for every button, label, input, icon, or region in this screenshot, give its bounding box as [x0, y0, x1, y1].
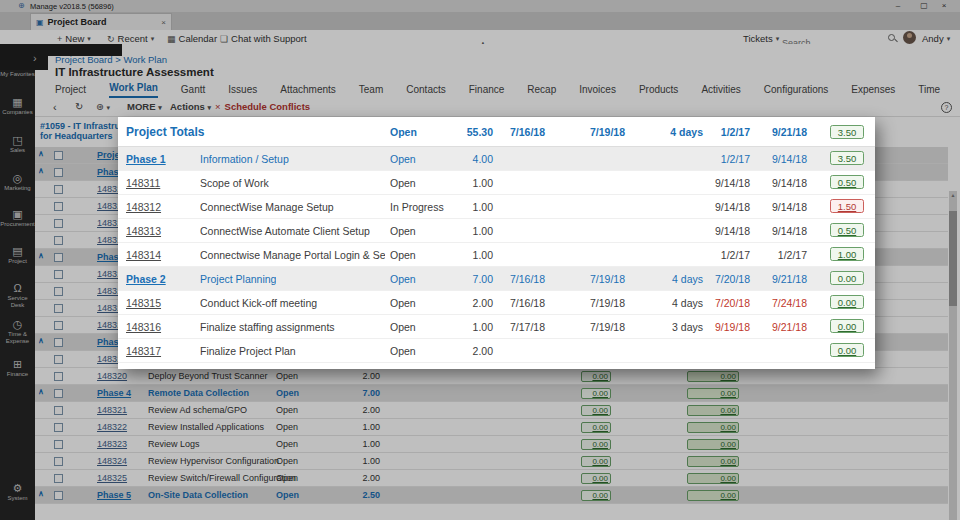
close-tab-icon[interactable]: × [161, 18, 166, 27]
variance-badge[interactable]: 0.00 [830, 319, 864, 333]
wbs-link[interactable]: Phase 5 [97, 490, 131, 500]
row-checkbox[interactable] [54, 406, 63, 415]
row-checkbox[interactable] [54, 338, 63, 347]
back-icon[interactable]: ‹ [53, 101, 57, 113]
wbs-link[interactable]: 148323 [97, 439, 127, 449]
schedule-conflicts-button[interactable]: × Schedule Conflicts [215, 101, 310, 112]
row-checkbox[interactable] [54, 151, 63, 160]
tab-configurations[interactable]: Configurations [764, 84, 828, 98]
sidebar-expand[interactable]: › [0, 44, 48, 70]
search-icon[interactable] [888, 34, 895, 41]
sidebar-item-companies[interactable]: ▦Companies [0, 96, 35, 116]
row-checkbox[interactable] [54, 236, 63, 245]
wbs-link[interactable]: 148314 [126, 249, 161, 261]
help-icon[interactable]: ? [941, 102, 952, 113]
hours-badge-wide[interactable]: 0.00 [687, 405, 739, 416]
hours-badge-wide[interactable]: 0.00 [687, 422, 739, 433]
scroll-up-icon[interactable]: ▲ [949, 192, 957, 198]
tab-invoices[interactable]: Invoices [579, 84, 616, 98]
wbs-link[interactable]: 148322 [97, 422, 127, 432]
row-checkbox[interactable] [54, 440, 63, 449]
app-tab-project-board[interactable]: ▣ Project Board × [30, 13, 172, 30]
tab-expenses[interactable]: Expenses [851, 84, 895, 98]
tab-work-plan[interactable]: Work Plan [109, 82, 158, 98]
tab-issues[interactable]: Issues [228, 84, 257, 98]
row-checkbox[interactable] [54, 474, 63, 483]
sidebar-item-procurement[interactable]: ▣Procurement [0, 208, 35, 228]
hours-badge-wide[interactable]: 0.00 [687, 388, 739, 399]
row-checkbox[interactable] [54, 491, 63, 500]
tab-recap[interactable]: Recap [527, 84, 556, 98]
actions-menu[interactable]: Actions ▾ [170, 101, 211, 112]
more-menu[interactable]: MORE ▾ [127, 101, 162, 112]
hours-badge[interactable]: 0.00 [581, 371, 611, 382]
row-checkbox[interactable] [54, 270, 63, 279]
wbs-link[interactable]: 148320 [97, 371, 127, 381]
variance-badge[interactable]: 0.00 [830, 343, 864, 357]
sidebar-item-marketing[interactable]: ◎Marketing [0, 172, 35, 192]
user-menu[interactable]: Andy ▾ [922, 33, 950, 44]
variance-badge[interactable]: 0.00 [830, 295, 864, 309]
wbs-link[interactable]: 148311 [126, 177, 160, 189]
wbs-link[interactable]: 148321 [97, 405, 127, 415]
tab-attachments[interactable]: Attachments [280, 84, 336, 98]
view-options-icon[interactable]: ⊛ ▾ [96, 101, 110, 112]
collapse-row-icon[interactable]: ∧ [38, 149, 44, 158]
row-checkbox[interactable] [54, 423, 63, 432]
wbs-link[interactable]: 148317 [126, 345, 161, 357]
row-checkbox[interactable] [54, 321, 63, 330]
hours-badge[interactable]: 0.00 [581, 456, 611, 467]
row-checkbox[interactable] [54, 219, 63, 228]
hours-badge[interactable]: 0.00 [581, 388, 611, 399]
refresh-icon[interactable]: ↻ [75, 101, 83, 112]
hours-badge-wide[interactable]: 0.00 [687, 439, 739, 450]
sidebar-item-service-desk[interactable]: ΩService Desk [0, 282, 35, 308]
vertical-scroll-thumb[interactable] [949, 211, 957, 306]
row-checkbox[interactable] [54, 287, 63, 296]
wbs-link[interactable]: 148312 [126, 201, 161, 213]
tab-team[interactable]: Team [359, 84, 383, 98]
hours-badge[interactable]: 0.00 [581, 439, 611, 450]
variance-badge[interactable]: 0.50 [830, 175, 864, 189]
row-checkbox[interactable] [54, 202, 63, 211]
sidebar-item-project[interactable]: ▤Project [0, 245, 35, 265]
row-checkbox[interactable] [54, 168, 63, 177]
row-checkbox[interactable] [54, 457, 63, 466]
calendar-menu[interactable]: ▦ Calendar [167, 33, 217, 44]
wbs-link[interactable]: Phase 2 [126, 273, 166, 285]
collapse-row-icon[interactable]: ∧ [38, 336, 44, 345]
minimize-button[interactable]: – [892, 1, 904, 10]
tab-products[interactable]: Products [639, 84, 678, 98]
hours-badge[interactable]: 0.00 [581, 490, 611, 501]
hours-badge-wide[interactable]: 0.00 [687, 456, 739, 467]
row-checkbox[interactable] [54, 253, 63, 262]
collapse-row-icon[interactable]: ∧ [38, 166, 44, 175]
tab-activities[interactable]: Activities [701, 84, 740, 98]
sidebar-item-time-expense[interactable]: ◷Time & Expense [0, 318, 35, 344]
recent-menu[interactable]: ↻ Recent ▾ [107, 33, 154, 44]
vertical-scrollbar[interactable]: ▲ ▼ [949, 191, 957, 520]
tab-finance[interactable]: Finance [469, 84, 505, 98]
wbs-link[interactable]: 148325 [97, 473, 127, 483]
sidebar-item-sales[interactable]: ◳Sales [0, 134, 35, 154]
tab-time[interactable]: Time [918, 84, 940, 98]
row-checkbox[interactable] [54, 355, 63, 364]
tab-gantt[interactable]: Gantt [181, 84, 205, 98]
hours-badge[interactable]: 0.00 [581, 422, 611, 433]
collapse-row-icon[interactable]: ∧ [38, 251, 44, 260]
hours-badge-wide[interactable]: 0.00 [687, 473, 739, 484]
row-checkbox[interactable] [54, 372, 63, 381]
tab-contacts[interactable]: Contacts [406, 84, 445, 98]
row-checkbox[interactable] [54, 389, 63, 398]
variance-badge[interactable]: 0.50 [830, 223, 864, 237]
chat-with-support[interactable]: ❏ Chat with Support [220, 33, 307, 44]
wbs-link[interactable]: 148316 [126, 321, 161, 333]
hours-badge[interactable]: 0.00 [581, 473, 611, 484]
hours-badge[interactable]: 0.00 [581, 405, 611, 416]
sidebar-item-finance[interactable]: ⊞Finance [0, 358, 35, 378]
wbs-link[interactable]: 148315 [126, 297, 161, 309]
row-checkbox[interactable] [54, 304, 63, 313]
maximize-button[interactable]: ▢ [918, 1, 930, 10]
collapse-row-icon[interactable]: ∧ [38, 489, 44, 498]
hours-badge-wide[interactable]: 0.00 [687, 371, 739, 382]
